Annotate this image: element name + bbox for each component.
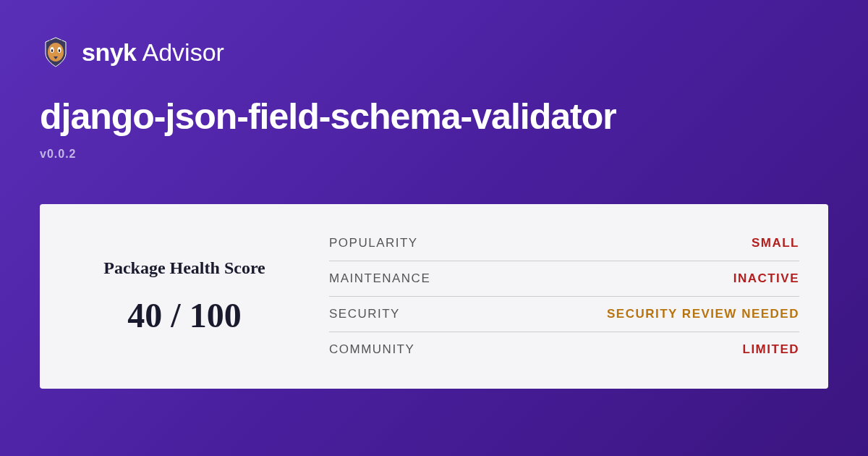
snyk-logo-icon (40, 36, 72, 68)
metric-row: COMMUNITY LIMITED (329, 332, 799, 367)
score-value: 40 / 100 (127, 295, 241, 335)
metric-row: SECURITY SECURITY REVIEW NEEDED (329, 297, 799, 332)
brand-sub: Advisor (142, 38, 224, 67)
score-label: Package Health Score (103, 258, 265, 278)
brand-name: snyk (82, 38, 137, 67)
package-version: v0.0.2 (40, 148, 828, 161)
metric-value: LIMITED (743, 342, 800, 357)
package-title: django-json-field-schema-validator (40, 96, 828, 138)
brand: snyk Advisor (82, 38, 224, 67)
metrics-section: POPULARITY SMALL MAINTENANCE INACTIVE SE… (329, 226, 799, 367)
metric-value: INACTIVE (733, 271, 799, 286)
metric-row: MAINTENANCE INACTIVE (329, 261, 799, 297)
health-card: Package Health Score 40 / 100 POPULARITY… (40, 204, 828, 389)
metric-label: COMMUNITY (329, 342, 414, 357)
metric-value: SMALL (752, 236, 799, 250)
score-section: Package Health Score 40 / 100 (69, 226, 300, 367)
svg-point-6 (59, 49, 60, 52)
metric-label: SECURITY (329, 307, 400, 321)
metric-label: MAINTENANCE (329, 271, 430, 286)
svg-point-5 (51, 49, 53, 52)
header: snyk Advisor (40, 36, 828, 68)
metric-label: POPULARITY (329, 236, 418, 250)
metric-value: SECURITY REVIEW NEEDED (607, 307, 799, 321)
metric-row: POPULARITY SMALL (329, 226, 799, 261)
